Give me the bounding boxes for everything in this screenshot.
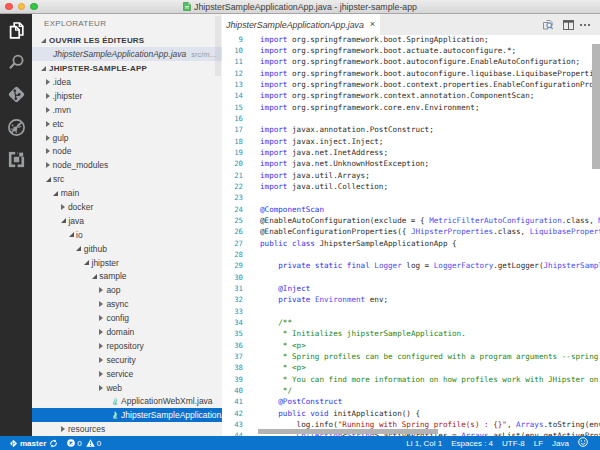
code-token: import xyxy=(260,148,287,157)
code-line-28: 28 xyxy=(222,249,600,260)
code-token xyxy=(260,386,278,395)
activity-debug-icon[interactable] xyxy=(0,111,32,143)
folder-item-config[interactable]: config xyxy=(32,311,222,325)
file-item-JhipsterSampleApplicationApp.java[interactable]: JhipsterSampleApplicationApp.java xyxy=(32,408,222,422)
indentation-setting[interactable]: Espaces : 4 xyxy=(451,439,493,448)
tab-close-icon[interactable]: × xyxy=(370,20,375,29)
twistie-collapsed-icon xyxy=(46,135,50,141)
explorer-icon xyxy=(8,21,25,39)
folder-item-etc[interactable]: etc xyxy=(32,117,222,131)
folder-item-node[interactable]: node xyxy=(32,144,222,158)
project-folder-header[interactable]: JHIPSTER-SAMPLE-APP xyxy=(32,61,222,75)
tab-active[interactable]: JhipsterSampleApplicationApp.java × xyxy=(222,14,380,35)
code-token: import xyxy=(260,46,287,55)
folder-item-java[interactable]: java xyxy=(32,214,222,228)
folder-item-domain[interactable]: domain xyxy=(32,325,222,339)
tree-item-label: jhipster xyxy=(92,258,119,268)
code-line-text: * You can find more information on how p… xyxy=(260,374,600,385)
git-branch-indicator[interactable]: master xyxy=(9,439,46,448)
line-number: 10 xyxy=(222,45,243,56)
folder-item-web[interactable]: web xyxy=(32,381,222,395)
code-token: JhipsterSampleApplicationApp { xyxy=(315,239,457,248)
code-line-text: import org.springframework.core.env.Envi… xyxy=(260,102,479,113)
code-editor[interactable]: 9import org.springframework.boot.SpringA… xyxy=(222,34,600,436)
warning-indicator[interactable]: 0 xyxy=(86,439,101,448)
folder-item-github[interactable]: github xyxy=(32,242,222,256)
code-token: * Spring profiles can be configured with… xyxy=(278,352,600,361)
line-number: 31 xyxy=(222,283,243,294)
code-line-13: 13import org.springframework.boot.contex… xyxy=(222,79,600,90)
line-number: 43 xyxy=(222,419,243,430)
code-line-9: 9import org.springframework.boot.SpringA… xyxy=(222,34,600,45)
code-token: javax.inject.Inject; xyxy=(287,137,383,146)
file-item-ApplicationWebXml.java[interactable]: ApplicationWebXml.java xyxy=(32,394,222,408)
activity-extensions-icon[interactable] xyxy=(0,143,32,175)
code-line-text: import java.util.Collection; xyxy=(260,181,388,192)
more-actions-icon[interactable] xyxy=(579,23,591,27)
folder-item-async[interactable]: async xyxy=(32,297,222,311)
twistie-expanded-icon xyxy=(69,232,74,237)
file-preview-icon[interactable] xyxy=(542,19,554,31)
code-token: @PostConstruct xyxy=(278,397,342,406)
sync-button[interactable] xyxy=(49,439,58,448)
twistie-expanded-icon xyxy=(53,191,58,196)
feedback-button[interactable] xyxy=(578,437,588,449)
folder-item-repository[interactable]: repository xyxy=(32,339,222,353)
twistie-collapsed-icon xyxy=(99,343,103,349)
activity-source-control-icon[interactable] xyxy=(0,79,32,111)
error-indicator[interactable]: 0 xyxy=(67,439,81,448)
eol-setting[interactable]: LF xyxy=(534,439,543,448)
code-token: */ xyxy=(278,386,292,395)
line-number: 29 xyxy=(222,260,243,271)
code-line-37: 37 * Spring profiles can be configured w… xyxy=(222,351,600,362)
horizontal-scrollbar[interactable] xyxy=(258,429,438,434)
folder-item-gulp[interactable]: gulp xyxy=(32,131,222,145)
code-line-text: private Environment env; xyxy=(260,294,388,305)
twistie-collapsed-icon xyxy=(61,426,65,432)
code-token: @Inject xyxy=(278,284,310,293)
folder-item-security[interactable]: security xyxy=(32,353,222,367)
folder-item-service[interactable]: service xyxy=(32,367,222,381)
tree-item-label: gulp xyxy=(53,133,69,143)
folder-item-.mvn[interactable]: .mvn xyxy=(32,103,222,117)
activity-explorer-icon[interactable] xyxy=(0,14,32,46)
code-line-text: * <p> xyxy=(260,362,306,373)
folder-item-.jhipster[interactable]: .jhipster xyxy=(32,89,222,103)
tree-item-label: github xyxy=(84,244,107,254)
line-number: 15 xyxy=(222,102,243,113)
folder-item-.idea[interactable]: .idea xyxy=(32,75,222,89)
line-number: 26 xyxy=(222,226,243,237)
folder-item-sample[interactable]: sample xyxy=(32,269,222,283)
folder-item-resources[interactable]: resources xyxy=(32,422,222,436)
code-line-text: import org.springframework.boot.context.… xyxy=(260,79,600,90)
code-line-30: 30 xyxy=(222,272,600,283)
line-number: 41 xyxy=(222,396,243,407)
open-editors-header[interactable]: OUVRIR LES ÉDITEURS xyxy=(32,33,222,47)
sidebar-scrollbar[interactable] xyxy=(215,16,221,76)
code-token: LiquibaseProperties xyxy=(530,227,600,236)
twistie-collapsed-icon xyxy=(46,107,50,113)
encoding-setting[interactable]: UTF-8 xyxy=(502,439,525,448)
split-editor-icon[interactable] xyxy=(563,20,574,30)
folder-item-node_modules[interactable]: node_modules xyxy=(32,158,222,172)
vertical-scrollbar[interactable] xyxy=(592,44,600,169)
language-mode[interactable]: Java xyxy=(552,439,569,448)
code-token: import xyxy=(260,125,287,134)
code-token: private static final xyxy=(278,261,369,270)
folder-item-io[interactable]: io xyxy=(32,228,222,242)
code-line-17: 17import javax.annotation.PostConstruct; xyxy=(222,124,600,135)
folder-item-main[interactable]: main xyxy=(32,186,222,200)
folder-item-jhipster[interactable]: jhipster xyxy=(32,256,222,270)
line-number: 32 xyxy=(222,294,243,305)
folder-item-src[interactable]: src xyxy=(32,172,222,186)
code-line-text: import org.springframework.boot.SpringAp… xyxy=(260,34,489,45)
line-number: 21 xyxy=(222,170,243,181)
line-number: 38 xyxy=(222,362,243,373)
folder-item-docker[interactable]: docker xyxy=(32,200,222,214)
open-editor-item[interactable]: JhipsterSampleApplicationApp.java src/m.… xyxy=(32,47,222,61)
tree-item-label: sample xyxy=(99,271,126,281)
cursor-position[interactable]: Li 1, Col 1 xyxy=(406,439,442,448)
folder-item-aop[interactable]: aop xyxy=(32,283,222,297)
activity-search-icon[interactable] xyxy=(0,46,32,78)
vscode-window: JhipsterSampleApplicationApp.java - jhip… xyxy=(0,0,600,450)
